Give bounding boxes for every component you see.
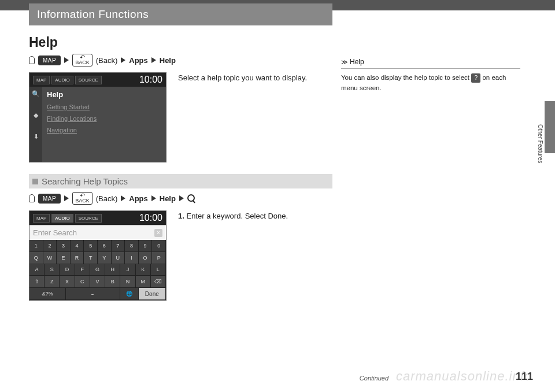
kb-key: F [75,264,90,276]
side-note-header: ≫ Help [341,58,520,69]
kb-key: 7 [112,240,125,252]
map-button-chip: MAP [38,194,61,204]
nav-help: Help [160,56,176,65]
kb-symbols-key: &?% [29,288,66,299]
kb-row-3: A S D F G H J K L [29,264,166,276]
down-arrow-icon: ⬇ [34,133,39,140]
kb-key: H [105,264,120,276]
kb-key: 2 [43,240,57,252]
kb-done-key: Done [139,288,166,299]
kb-globe-key: 🌐 [120,288,139,299]
side-note-title: Help [350,58,364,66]
kb-key: 0 [152,240,166,252]
square-bullet-icon [32,179,38,184]
back-button-chip: BACK [72,192,92,205]
kb-row-4: ⇧ Z X C V B N M ⌫ [29,276,166,288]
kb-key: Y [98,252,112,264]
kb-key: W [43,252,57,264]
clear-icon: × [154,229,162,237]
figure-row-1: MAP AUDIO SOURCE 10:00 🔍 ◆ ⬇ Help Gettin… [29,72,332,162]
kb-key: 5 [84,240,98,252]
side-body-a: You can also display the help topic to s… [341,74,471,81]
step-done: Done [268,212,286,220]
search-keyboard-screenshot: MAP AUDIO SOURCE 10:00 Enter Search × 1 … [29,210,166,301]
ss-tab-source: SOURCE [75,76,102,84]
arrow-icon [121,57,125,63]
kb-key: G [90,264,105,276]
side-note-column: ≫ Help You can also display the help top… [341,35,520,94]
ss-search-field: Enter Search × [29,225,166,240]
arrow-icon [64,195,69,201]
ss-list-item: Finding Locations [47,115,161,122]
nav-help: Help [160,194,176,203]
kb-key: P [152,252,166,264]
ss-clock: 10:00 [139,75,162,85]
kb-key: D [60,264,75,276]
kb-key: B [105,276,120,287]
step-period: . [286,212,288,220]
arrow-icon [151,195,156,201]
kb-key: 6 [98,240,112,252]
kb-key: 4 [71,240,84,252]
kb-key: L [151,264,166,276]
screenshot-topbar: MAP AUDIO SOURCE 10:00 [29,211,166,225]
main-column: Help MAP BACK (Back) Apps Help MAP AUDIO… [29,35,332,312]
kb-key: A [29,264,45,276]
ss-tab-map: MAP [33,214,50,223]
nav-apps: Apps [129,194,148,203]
ss-tab-source: SOURCE [75,214,102,223]
ss-tab-audio: AUDIO [51,214,73,223]
kb-key: 8 [125,240,139,252]
kb-key: I [125,252,139,264]
ss-keyboard: 1 2 3 4 5 6 7 8 9 0 Q W E R T Y [29,240,166,300]
ss-list-item: Navigation [47,127,161,134]
arrow-icon [64,57,69,63]
figure-row-2: MAP AUDIO SOURCE 10:00 Enter Search × 1 … [29,210,332,301]
ss-search-placeholder: Enter Search [33,228,77,237]
arrow-icon [151,57,156,63]
desc-1: Select a help topic you want to display. [178,72,332,84]
ss-tab-audio: AUDIO [51,76,73,84]
kb-key: E [57,252,71,264]
kb-space-key: ⌣ [66,288,120,299]
help-menu-screenshot: MAP AUDIO SOURCE 10:00 🔍 ◆ ⬇ Help Gettin… [29,72,166,162]
search-icon [187,194,195,202]
kb-shift-key: ⇧ [29,276,45,287]
kb-row-1: 1 2 3 4 5 6 7 8 9 0 [29,240,166,252]
ss-clock: 10:00 [139,213,162,223]
map-button-chip: MAP [38,56,61,65]
chevron-icon: ≫ [341,58,346,66]
ss-left-rail: 🔍 ◆ ⬇ [29,87,42,162]
step-1: 1. Enter a keyword. Select Done. [178,210,332,222]
breadcrumb-1: MAP BACK (Back) Apps Help [29,54,332,66]
page-footer: Continued 111 [29,375,533,382]
page-title-bar: Information Functions [29,3,332,25]
side-note-body: You can also display the help topic to s… [341,72,520,94]
search-icon: 🔍 [32,90,40,98]
breadcrumb-2: MAP BACK (Back) Apps Help [29,192,332,205]
continued-label: Continued [360,375,388,382]
kb-key: T [84,252,98,264]
voice-icon [29,194,35,202]
screenshot-topbar: MAP AUDIO SOURCE 10:00 [29,73,166,87]
ss-tab-map: MAP [33,76,50,84]
kb-key: O [139,252,153,264]
ss-list-item: Getting Started [47,103,161,110]
subsection-bar: Searching Help Topics [29,174,332,188]
ss-help-list: Help Getting Started Finding Locations N… [42,87,166,162]
up-icon: ◆ [34,112,38,119]
section-heading: Help [29,35,332,50]
voice-icon [29,56,35,64]
kb-key: Q [29,252,43,264]
page-title: Information Functions [37,8,149,20]
ss-body: 🔍 ◆ ⬇ Help Getting Started Finding Locat… [29,87,166,162]
kb-key: X [60,276,75,287]
section-tab-label: Other Features [537,124,543,163]
kb-key: S [45,264,60,276]
kb-key: R [71,252,84,264]
kb-key: V [90,276,105,287]
kb-key: K [136,264,151,276]
kb-key: 3 [57,240,71,252]
page-number: 111 [516,371,533,383]
kb-key: 9 [139,240,153,252]
